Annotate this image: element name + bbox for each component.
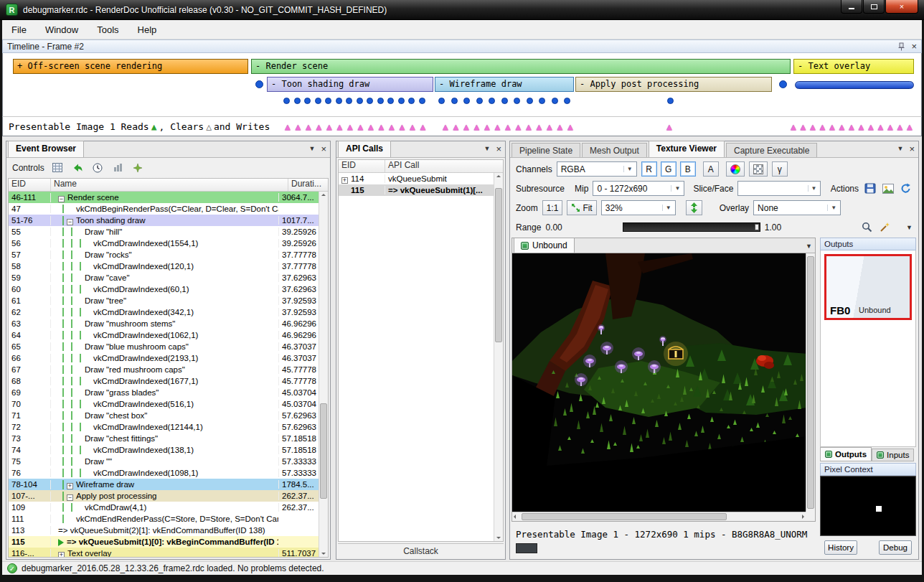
scroll-thumb[interactable] xyxy=(522,513,727,520)
scroll-thumb[interactable] xyxy=(320,403,327,498)
scroll-up-icon[interactable] xyxy=(494,173,503,181)
slice-face-dropdown[interactable]: ▼ xyxy=(737,181,821,196)
scroll-thumb[interactable] xyxy=(495,188,502,342)
gamma-button[interactable]: γ xyxy=(772,161,788,177)
write-marker-icon[interactable]: ▲ xyxy=(791,121,796,132)
event-row[interactable]: 57Draw "rocks"37.77778 xyxy=(9,249,319,261)
event-row[interactable]: 47vkCmdBeginRenderPass(C=Clear, D=Clear,… xyxy=(9,203,319,215)
write-marker-icon[interactable]: ▲ xyxy=(316,121,322,132)
event-row[interactable]: 69Draw "grass blades"45.03704 xyxy=(9,387,319,398)
write-marker-icon[interactable]: ▲ xyxy=(887,121,893,132)
write-marker-icon[interactable]: ▲ xyxy=(820,121,826,132)
maximize-button[interactable] xyxy=(863,0,885,14)
close-icon[interactable]: × xyxy=(909,146,915,152)
blue-channel-button[interactable]: B xyxy=(680,161,696,177)
event-row[interactable]: 46-111−Render scene3064.7... xyxy=(9,192,319,203)
channels-dropdown[interactable]: RGBA▼ xyxy=(557,161,637,177)
write-marker-icon[interactable]: ▲ xyxy=(379,121,385,132)
timeline-titlebar[interactable]: Timeline - Frame #2 × xyxy=(2,39,922,53)
event-row[interactable]: 60vkCmdDrawIndexed(60,1)37.62963 xyxy=(9,283,319,295)
fit-button[interactable]: Fit xyxy=(567,200,596,215)
scroll-right-icon[interactable] xyxy=(798,512,806,521)
draw-call-dot[interactable] xyxy=(283,98,290,104)
close-icon[interactable]: × xyxy=(496,146,501,152)
write-marker-icon[interactable]: ▲ xyxy=(849,121,854,132)
expander-expand-icon[interactable]: + xyxy=(341,177,348,184)
write-marker-icon[interactable]: ▲ xyxy=(337,121,343,132)
write-marker-icon[interactable]: ▲ xyxy=(306,121,311,132)
column-duration[interactable]: Durati... xyxy=(288,179,328,191)
event-row[interactable]: 51-76−Toon shading draw1017.7... xyxy=(9,215,319,226)
draw-call-dot[interactable] xyxy=(501,98,508,104)
bookmark-icon[interactable] xyxy=(131,161,145,174)
timeline-marker-bar[interactable]: - Toon shading draw xyxy=(267,77,433,92)
write-marker-icon[interactable]: ▲ xyxy=(443,121,448,132)
tab-texture-viewer[interactable]: Texture Viewer xyxy=(649,141,725,157)
column-eid[interactable]: EID xyxy=(9,179,50,191)
pixel-context-preview[interactable] xyxy=(820,476,916,536)
write-marker-icon[interactable]: ▲ xyxy=(358,121,364,132)
menu-tools[interactable]: Tools xyxy=(88,21,128,39)
scroll-down-icon[interactable] xyxy=(319,549,328,557)
event-row[interactable]: 64vkCmdDrawIndexed(1062,1)46.96296 xyxy=(9,329,319,341)
event-row[interactable]: 56vkCmdDrawIndexed(1554,1)39.25926 xyxy=(9,238,319,249)
select-columns-icon[interactable] xyxy=(51,161,65,174)
range-slider[interactable] xyxy=(623,222,760,232)
event-row[interactable]: 58vkCmdDrawIndexed(120,1)37.77778 xyxy=(9,261,319,272)
expander-expand-icon[interactable]: + xyxy=(58,552,65,558)
timeline-marker-bar[interactable]: - Apply post processing xyxy=(575,77,772,92)
column-name[interactable]: Name xyxy=(50,179,288,191)
panel-menu-icon[interactable]: ▼ xyxy=(484,145,490,152)
flip-y-button[interactable] xyxy=(686,200,702,215)
red-channel-button[interactable]: R xyxy=(641,161,657,177)
overlay-dropdown[interactable]: None▼ xyxy=(753,200,841,215)
autofit-wand-icon[interactable] xyxy=(878,220,892,234)
tab-mesh-output[interactable]: Mesh Output xyxy=(582,143,647,157)
write-marker-icon[interactable]: ▲ xyxy=(878,121,884,132)
timeline-marker-bar[interactable]: + Off-screen scene rendering xyxy=(13,59,248,74)
write-marker-icon[interactable]: ▲ xyxy=(453,121,459,132)
draw-call-dot[interactable] xyxy=(304,98,311,104)
draw-call-dot[interactable] xyxy=(779,80,787,88)
draw-call-dot[interactable] xyxy=(377,98,384,104)
close-button[interactable]: × xyxy=(885,0,918,14)
event-row[interactable]: 116-...+Text overlay511.7037 xyxy=(9,548,319,558)
draw-call-dot[interactable] xyxy=(336,98,342,104)
draw-call-dot[interactable] xyxy=(255,80,263,88)
write-marker-icon[interactable]: ▲ xyxy=(537,121,542,132)
write-marker-icon[interactable]: ▲ xyxy=(567,121,573,132)
outputs-header[interactable]: Outputs xyxy=(820,238,916,250)
debug-button[interactable]: Debug xyxy=(879,540,912,555)
zoom-range-icon[interactable] xyxy=(860,220,874,234)
texture-list-chevron-icon[interactable]: ▼ xyxy=(806,243,812,250)
expander-collapse-icon[interactable]: − xyxy=(67,494,73,501)
event-row[interactable]: 73Draw "chest fittings"57.18518 xyxy=(9,433,319,444)
timeline-marker-bar[interactable]: - Render scene xyxy=(251,59,791,74)
expander-expand-icon[interactable]: + xyxy=(67,483,73,489)
event-row[interactable]: 74vkCmdDrawIndexed(138,1)57.18518 xyxy=(9,444,319,456)
event-row[interactable]: 76vkCmdDrawIndexed(1098,1)57.33333 xyxy=(9,467,319,479)
event-row[interactable]: 75Draw ""57.33333 xyxy=(9,456,319,467)
scroll-up-icon[interactable] xyxy=(319,192,328,200)
write-marker-icon[interactable]: ▲ xyxy=(410,121,415,132)
write-marker-icon[interactable]: ▲ xyxy=(801,121,806,132)
texture-image[interactable] xyxy=(512,253,806,512)
menu-help[interactable]: Help xyxy=(128,21,166,39)
draw-call-dot[interactable] xyxy=(564,98,570,104)
write-marker-icon[interactable]: ▲ xyxy=(285,121,291,132)
callstack-section[interactable]: Callstack xyxy=(338,543,504,558)
draw-call-dot[interactable] xyxy=(346,98,352,104)
event-row[interactable]: 72vkCmdDrawIndexed(12144,1)57.62963 xyxy=(9,421,319,433)
write-marker-icon[interactable]: ▲ xyxy=(474,121,480,132)
tab-inputs[interactable]: Inputs xyxy=(872,449,914,461)
draw-call-dot[interactable] xyxy=(514,98,520,104)
write-marker-icon[interactable]: ▲ xyxy=(400,121,405,132)
column-api-call[interactable]: API Call xyxy=(385,160,503,172)
event-row[interactable]: 78-104+Wireframe draw1784.5... xyxy=(9,479,319,490)
event-row[interactable]: 70vkCmdDrawIndexed(516,1)45.03704 xyxy=(9,398,319,410)
tab-api-calls[interactable]: API Calls xyxy=(338,141,391,157)
write-marker-icon[interactable]: ▲ xyxy=(897,121,903,132)
event-row[interactable]: 115=> vkQueueSubmit(1)[0]: vkBeginComman… xyxy=(9,536,319,548)
write-marker-icon[interactable]: ▲ xyxy=(495,121,501,132)
panel-menu-icon[interactable]: ▼ xyxy=(308,145,315,152)
